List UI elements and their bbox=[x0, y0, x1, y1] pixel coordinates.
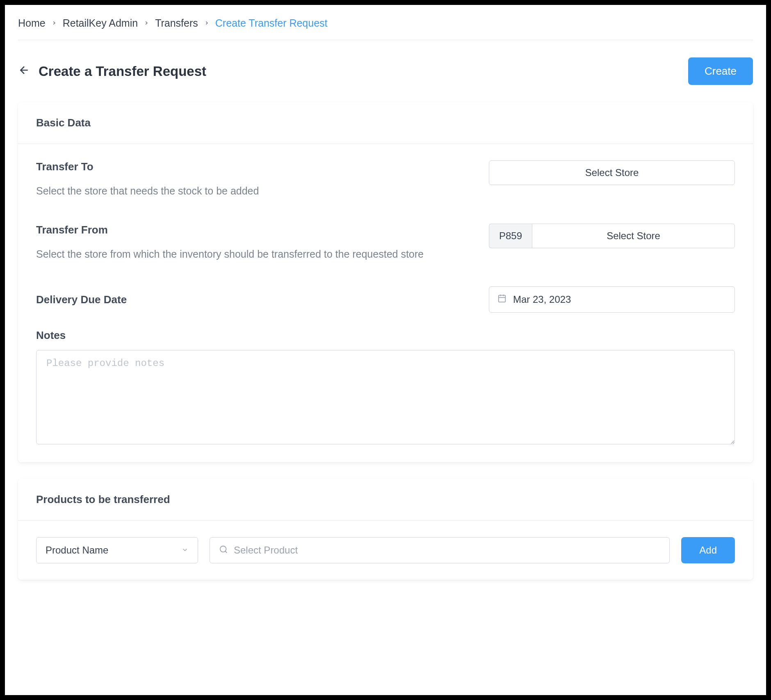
search-icon bbox=[219, 545, 228, 556]
chevron-right-icon bbox=[204, 18, 210, 28]
svg-rect-1 bbox=[499, 295, 506, 302]
svg-point-5 bbox=[220, 546, 226, 552]
add-button[interactable]: Add bbox=[681, 537, 735, 563]
create-button[interactable]: Create bbox=[688, 57, 753, 85]
delivery-date-input[interactable]: Mar 23, 2023 bbox=[489, 286, 735, 313]
products-card: Products to be transferred Product Name … bbox=[18, 479, 753, 580]
basic-data-title: Basic Data bbox=[36, 117, 735, 129]
products-title: Products to be transferred bbox=[36, 493, 735, 506]
transfer-to-description: Select the store that needs the stock to… bbox=[36, 181, 467, 201]
delivery-date-value: Mar 23, 2023 bbox=[513, 294, 571, 305]
chevron-down-icon bbox=[181, 544, 189, 556]
transfer-to-select[interactable]: Select Store bbox=[489, 160, 735, 185]
notes-label: Notes bbox=[36, 329, 735, 342]
transfer-from-description: Select the store from which the inventor… bbox=[36, 245, 467, 264]
transfer-from-select[interactable]: Select Store bbox=[532, 224, 735, 248]
back-arrow-icon[interactable] bbox=[18, 64, 30, 78]
breadcrumb: Home RetailKey Admin Transfers Create Tr… bbox=[18, 17, 753, 40]
breadcrumb-current: Create Transfer Request bbox=[215, 17, 328, 29]
calendar-icon bbox=[497, 294, 506, 305]
breadcrumb-transfers[interactable]: Transfers bbox=[155, 17, 198, 29]
product-search-input[interactable] bbox=[234, 544, 660, 556]
chevron-right-icon bbox=[51, 18, 57, 28]
transfer-to-label: Transfer To bbox=[36, 160, 467, 173]
transfer-from-prefix: P859 bbox=[489, 224, 532, 248]
transfer-from-label: Transfer From bbox=[36, 224, 467, 236]
svg-line-6 bbox=[225, 551, 227, 553]
breadcrumb-home[interactable]: Home bbox=[18, 17, 46, 29]
page-title: Create a Transfer Request bbox=[39, 64, 206, 79]
product-name-select[interactable]: Product Name bbox=[36, 537, 198, 563]
basic-data-card: Basic Data Transfer To Select the store … bbox=[18, 102, 753, 462]
breadcrumb-admin[interactable]: RetailKey Admin bbox=[63, 17, 138, 29]
product-search[interactable] bbox=[210, 537, 670, 563]
delivery-date-label: Delivery Due Date bbox=[36, 293, 467, 306]
chevron-right-icon bbox=[144, 18, 149, 28]
notes-textarea[interactable] bbox=[36, 350, 735, 444]
product-name-select-label: Product Name bbox=[46, 544, 108, 556]
